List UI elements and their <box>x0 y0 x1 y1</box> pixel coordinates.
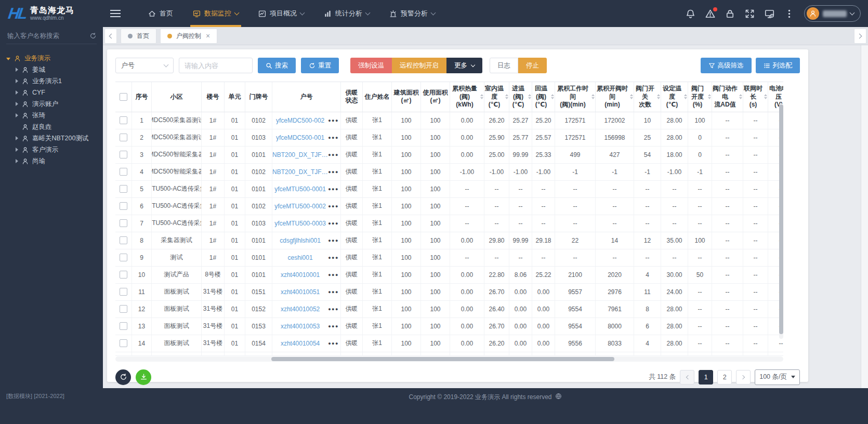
nav-item-5[interactable]: 预警分析 <box>379 0 445 27</box>
household-link[interactable]: yfceMDC500-001 <box>272 134 328 141</box>
household-link[interactable]: NBT200_DX_TJF-CS1-10... <box>272 168 328 176</box>
columns-button[interactable]: 列选配 <box>756 58 800 73</box>
caret-collapsed-icon[interactable] <box>16 90 18 95</box>
action-button[interactable]: 日志 <box>490 58 518 73</box>
caret-collapsed-icon[interactable] <box>16 79 18 83</box>
caret-collapsed-icon[interactable] <box>16 148 18 152</box>
household-link[interactable]: yfceMDC500-002 <box>272 117 328 124</box>
next-page-button[interactable] <box>736 370 751 385</box>
column-header-16[interactable]: 累积开阀时间 (min) <box>596 82 634 112</box>
kebab-icon[interactable] <box>784 9 794 19</box>
tree-item-4[interactable]: 演示账户 <box>0 98 103 110</box>
sort-icon[interactable] <box>657 94 660 99</box>
export-button[interactable] <box>136 369 151 385</box>
vertical-scrollbar[interactable] <box>779 103 783 339</box>
prev-page-button[interactable] <box>680 370 694 385</box>
tree-item-5[interactable]: 张琦 <box>0 110 103 121</box>
nav-item-4[interactable]: 统计分析 <box>314 0 379 27</box>
tree-item-8[interactable]: 客户演示 <box>0 144 103 155</box>
more-actions-icon[interactable]: ●●● <box>328 187 339 192</box>
sort-icon[interactable] <box>528 94 531 99</box>
warning-icon[interactable] <box>705 9 715 19</box>
refresh-button[interactable] <box>115 369 131 385</box>
customer-search-input[interactable] <box>6 32 81 40</box>
tree-item-1[interactable]: 姜城 <box>0 64 103 75</box>
more-actions-icon[interactable]: ●●● <box>328 169 339 175</box>
action-button[interactable]: 强制设温 <box>350 58 392 73</box>
sort-icon[interactable] <box>551 94 554 99</box>
close-icon[interactable]: × <box>206 32 210 39</box>
row-checkbox[interactable] <box>120 151 127 158</box>
column-header-14[interactable]: 回温(阀) (℃) <box>532 82 555 112</box>
household-link[interactable]: yfceMTU500-0001 <box>272 186 328 193</box>
horizontal-scrollbar[interactable] <box>115 356 783 362</box>
row-checkbox[interactable] <box>120 236 127 244</box>
tab-1[interactable]: 首页 <box>121 29 156 44</box>
more-actions-icon[interactable]: ●●● <box>328 341 339 346</box>
sort-icon[interactable] <box>708 94 711 99</box>
more-actions-icon[interactable]: ●●● <box>328 324 339 329</box>
column-header-20[interactable]: 阀门动作电 流AD值 <box>712 82 743 112</box>
page-button-1[interactable]: 1 <box>699 370 713 385</box>
row-checkbox[interactable] <box>120 254 127 261</box>
sort-icon[interactable] <box>505 94 508 99</box>
caret-collapsed-icon[interactable] <box>16 113 18 117</box>
horizontal-scrollbar-thumb[interactable] <box>271 357 614 361</box>
caret-collapsed-icon[interactable] <box>16 136 18 140</box>
column-header-19[interactable]: 阀门开度 (%) <box>688 82 712 112</box>
column-header-21[interactable]: 联网时长 (s) <box>743 82 768 112</box>
bell-icon[interactable] <box>686 9 695 19</box>
row-checkbox[interactable] <box>120 288 127 296</box>
refresh-tree-icon[interactable] <box>89 32 97 39</box>
tab-scroll-right-button[interactable] <box>854 29 866 44</box>
more-actions-icon[interactable]: ●●● <box>328 221 339 226</box>
household-link[interactable]: xzht40010001 <box>272 271 328 279</box>
user-menu[interactable] <box>804 5 861 22</box>
more-actions-icon[interactable]: ●●● <box>328 307 339 312</box>
fullscreen-icon[interactable] <box>745 9 755 19</box>
reset-button[interactable]: 重置 <box>301 58 339 73</box>
more-actions-icon[interactable]: ●●● <box>328 289 339 295</box>
household-link[interactable]: xzht40010053 <box>272 323 328 330</box>
tree-item-2[interactable]: 业务演示1 <box>0 75 103 87</box>
hamburger-menu-icon[interactable] <box>110 10 121 17</box>
tree-item-9[interactable]: 尚瑜 <box>0 155 103 167</box>
sort-icon[interactable] <box>739 94 742 99</box>
column-header-11[interactable]: 累积热量(阀) (kWh) <box>450 82 484 112</box>
row-checkbox[interactable] <box>120 168 127 176</box>
more-actions-icon[interactable]: ●●● <box>328 255 339 260</box>
tree-item-root[interactable]: 业务演示 <box>0 52 103 64</box>
tab-scroll-left-button[interactable] <box>104 29 117 44</box>
household-link[interactable]: ceshi001 <box>272 254 328 261</box>
household-link[interactable]: cdsgfjlhlshi001 <box>272 237 328 244</box>
sort-icon[interactable] <box>480 94 483 99</box>
more-actions-icon[interactable]: ●●● <box>328 152 339 157</box>
column-header-13[interactable]: 进温(阀) (℃) <box>509 82 532 112</box>
action-button[interactable]: 更多 <box>446 58 482 73</box>
sort-icon[interactable] <box>764 94 767 99</box>
page-size-select[interactable]: 100 条/页 <box>755 369 800 385</box>
tree-item-6[interactable]: 赵良垚 <box>0 121 103 132</box>
more-actions-icon[interactable]: ●●● <box>328 204 339 209</box>
page-button-2[interactable]: 2 <box>717 370 732 385</box>
search-field-select[interactable]: 户号 <box>115 58 174 73</box>
row-checkbox[interactable] <box>120 185 127 193</box>
customer-search[interactable] <box>6 32 97 44</box>
row-checkbox[interactable] <box>120 134 127 141</box>
sort-icon[interactable] <box>591 94 595 99</box>
tab-2[interactable]: 户阀控制× <box>160 29 217 44</box>
household-link[interactable]: xzht40010051 <box>272 288 328 296</box>
row-checkbox[interactable] <box>120 339 127 347</box>
caret-collapsed-icon[interactable] <box>16 102 18 106</box>
column-header-15[interactable]: 累积工作时间 (阀)(min) <box>555 82 596 112</box>
nav-item-3[interactable]: 项目概况 <box>248 0 314 27</box>
caret-expanded-icon[interactable] <box>6 58 10 60</box>
search-button[interactable]: 搜索 <box>258 58 296 73</box>
caret-collapsed-icon[interactable] <box>16 68 18 72</box>
select-all-checkbox[interactable] <box>120 93 127 101</box>
tree-item-7[interactable]: 嘉峪关NBT200测试 <box>0 132 103 144</box>
nav-item-1[interactable]: 首页 <box>138 0 183 27</box>
row-checkbox[interactable] <box>120 219 127 227</box>
lock-icon[interactable] <box>725 9 735 19</box>
household-link[interactable]: xzht40010052 <box>272 306 328 313</box>
